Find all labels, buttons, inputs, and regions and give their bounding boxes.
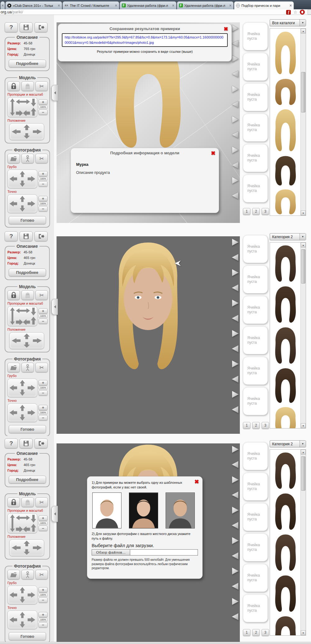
zoom-out-button[interactable]: − [39,597,48,603]
save-button[interactable] [20,438,33,448]
transfer-right-arrow[interactable] [231,476,239,484]
scroll-up-button[interactable]: ▲ [301,29,306,34]
hairstyle-thumbnail[interactable] [271,244,300,284]
zoom-in-button[interactable]: + [39,99,48,105]
details-button[interactable]: Подробнее [9,476,46,483]
hairstyle-thumbnail[interactable] [271,492,300,532]
transfer-left-arrow[interactable] [231,582,239,590]
tab-close-button[interactable]: × [172,3,175,8]
done-button[interactable]: Готово [9,216,46,224]
hairstyle-thumbnail[interactable] [271,574,300,614]
transfer-right-arrow[interactable] [231,329,239,338]
hairstyle-thumbnail[interactable] [271,326,300,366]
exit-button[interactable] [34,22,48,32]
empty-cell[interactable]: Ячейка пуста [243,473,268,501]
ghost-button[interactable] [21,81,34,91]
transfer-left-arrow[interactable] [231,284,239,292]
page-button-2[interactable]: 2 [252,629,260,636]
hairstyle-thumbnail[interactable] [271,367,300,405]
transfer-right-arrow[interactable] [231,55,239,63]
fine-move-pad[interactable] [7,194,37,213]
transfer-left-arrow[interactable] [231,314,239,322]
model-body-button[interactable] [21,363,34,372]
transfer-left-arrow[interactable] [231,552,239,560]
zoom-in-button[interactable]: + [39,405,48,410]
position-pad[interactable] [9,539,44,556]
hairstyle-thumbnail[interactable] [271,78,300,107]
zoom-out-button[interactable]: − [39,526,48,531]
transfer-right-arrow[interactable] [231,597,239,605]
zoom-in-button[interactable]: + [39,515,48,521]
empty-cell[interactable]: Ячейка пуста [243,442,268,470]
zoom-out-button[interactable]: − [39,206,48,211]
cut-photo-button[interactable]: ✂ [35,154,48,163]
template-photo-3[interactable] [166,492,195,528]
cut-photo-button[interactable]: ✂ [35,363,48,372]
hairstyle-thumbnail[interactable] [271,285,300,325]
zoom-in-button[interactable]: + [39,308,48,314]
scrollbar-thumb[interactable] [301,72,305,112]
empty-cell[interactable]: Ячейка пуста [243,53,268,81]
chevron-down-icon[interactable]: ▼ [300,20,306,26]
transfer-left-arrow[interactable] [231,39,239,48]
tab-freelance-2[interactable]: F Удаленная работа (фри-л × [177,1,234,9]
close-icon[interactable] [223,26,229,32]
transfer-left-arrow[interactable] [231,406,239,414]
cut-model-button[interactable]: ✂ [35,290,48,300]
details-button[interactable]: Подробнее [9,269,46,276]
catalog-dropdown[interactable]: Категория 2 ▼ [270,440,306,447]
file-path-input[interactable] [130,549,198,556]
catalog-dropdown[interactable]: Все каталоги ▼ [270,19,306,26]
empty-cell[interactable]: Ячейка пуста [243,326,268,354]
model-body-button[interactable] [21,154,34,163]
scroll-down-button[interactable]: ▼ [301,423,306,428]
page-button-3[interactable]: 3 [262,208,269,215]
cut-model-button[interactable]: ✂ [35,497,48,507]
fine-move-pad[interactable] [7,403,37,422]
page-button-1[interactable]: 1 [243,208,250,215]
empty-cell[interactable]: Ячейка пуста [243,144,268,172]
empty-cell[interactable]: Ячейка пуста [243,357,268,385]
hairstyle-thumbnail[interactable] [271,533,300,573]
bookmark-star-icon[interactable]: ☆ [293,10,297,15]
panel-collapse-handle[interactable] [52,506,58,522]
transfer-right-arrow[interactable] [231,506,239,514]
chevron-down-icon[interactable]: ▼ [300,234,306,240]
hairstyle-thumbnail[interactable] [271,615,300,636]
page-button-2[interactable]: 2 [252,422,260,429]
help-button[interactable]: ? [5,231,18,241]
position-pad[interactable] [9,123,44,140]
exit-button[interactable] [34,231,48,241]
browse-files-button[interactable]: Обзор файлов... [92,549,130,556]
transfer-left-arrow[interactable] [231,460,239,469]
template-photo-1[interactable] [92,492,121,528]
done-button[interactable]: Готово [9,632,46,640]
empty-cell[interactable]: Ячейка пуста [243,594,268,622]
empty-cell[interactable]: Ячейка пуста [243,503,268,531]
page-button-3[interactable]: 3 [262,422,269,429]
done-button[interactable]: Готово [9,425,46,433]
transfer-left-arrow[interactable] [231,521,239,529]
transfer-right-arrow[interactable] [231,390,239,398]
empty-cell[interactable]: Ячейка пуста [243,114,268,142]
transfer-left-arrow[interactable] [231,253,239,261]
scroll-down-button[interactable]: ▼ [301,630,306,635]
zoom-in-button[interactable]: + [39,196,48,201]
position-pad[interactable] [9,332,44,349]
tab-close-button[interactable]: × [1,3,4,8]
transfer-right-arrow[interactable] [231,299,239,307]
transfer-left-arrow[interactable] [231,161,239,169]
page-button-1[interactable]: 1 [243,422,250,429]
page-button-2[interactable]: 2 [252,208,260,215]
cut-model-button[interactable]: ✂ [35,81,48,91]
transfer-right-arrow[interactable] [231,116,239,124]
transfer-left-arrow[interactable] [231,70,239,78]
catalog-scrollbar[interactable]: ▲ ▼ [300,243,306,428]
ghost-button[interactable] [21,290,34,300]
scroll-down-button[interactable]: ▼ [301,211,306,215]
transfer-right-arrow[interactable] [231,269,239,277]
address-bar[interactable]: org.ua/pariki/ f ☆ [0,9,311,15]
cut-photo-button[interactable]: ✂ [35,570,48,579]
tab-it-crowd[interactable]: EX The IT Crowd / Компьюте × [62,1,119,9]
tab-partial[interactable]: × [0,1,5,9]
